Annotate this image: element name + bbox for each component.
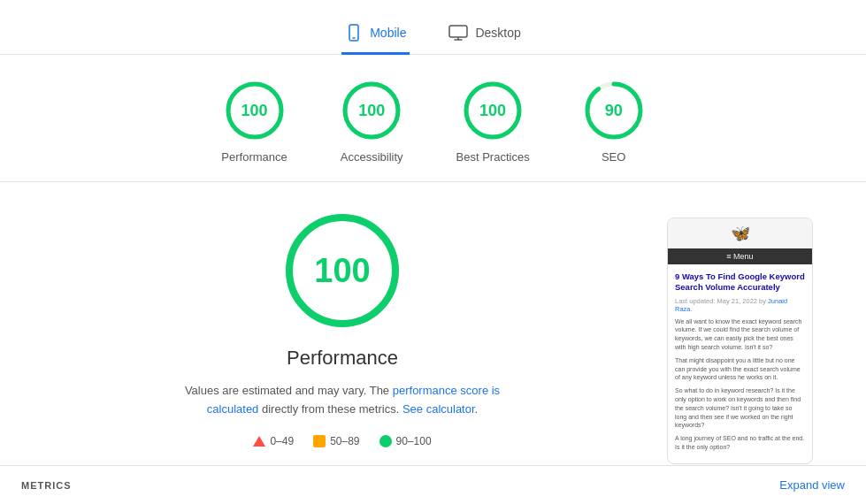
preview-para-2: That might disappoint you a little but n… bbox=[675, 356, 805, 382]
preview-meta: Last updated: May 21, 2022 by Junaid Raz… bbox=[675, 297, 805, 313]
preview-top-bar: 🦋 bbox=[668, 218, 812, 248]
legend-range-high: 90–100 bbox=[396, 435, 432, 447]
preview-card: 🦋 ≡ Menu 9 Ways To Find Google Keyword S… bbox=[667, 218, 813, 464]
score-label-seo: SEO bbox=[602, 150, 625, 164]
legend-icon-red bbox=[253, 436, 265, 447]
svg-rect-2 bbox=[449, 26, 467, 37]
score-item-best-practices: 100 Best Practices bbox=[456, 80, 530, 164]
score-circle-best-practices: 100 bbox=[462, 80, 524, 141]
scores-row: 100 Performance 100 Accessibility 100 Be… bbox=[0, 55, 866, 182]
preview-meta-period: . bbox=[691, 305, 693, 313]
preview-para-4: A long journey of SEO and no traffic at … bbox=[675, 434, 805, 452]
score-number-best-practices: 100 bbox=[479, 102, 506, 120]
score-number-accessibility: 100 bbox=[358, 102, 385, 120]
left-panel: 100 Performance Values are estimated and… bbox=[53, 209, 632, 447]
preview-body: 9 Ways To Find Google Keyword Search Vol… bbox=[668, 264, 812, 463]
tab-mobile[interactable]: Mobile bbox=[341, 15, 410, 55]
legend-range-mid: 50–89 bbox=[330, 435, 359, 447]
score-circle-seo: 90 bbox=[583, 80, 645, 141]
score-number-performance: 100 bbox=[241, 102, 268, 120]
desc-mid: directly from these metrics. bbox=[262, 402, 402, 416]
perf-description: Values are estimated and may vary. The p… bbox=[183, 382, 502, 419]
big-score-number: 100 bbox=[314, 252, 370, 290]
desktop-icon bbox=[448, 25, 468, 41]
mobile-icon bbox=[345, 24, 363, 42]
score-label-accessibility: Accessibility bbox=[341, 150, 403, 164]
metrics-label: METRICS bbox=[21, 480, 72, 491]
score-item-accessibility: 100 Accessibility bbox=[341, 80, 403, 164]
right-panel: 🦋 ≡ Menu 9 Ways To Find Google Keyword S… bbox=[667, 218, 813, 464]
expand-view-button[interactable]: Expand view bbox=[779, 478, 845, 492]
legend-range-low: 0–49 bbox=[270, 435, 294, 447]
score-item-seo: 90 SEO bbox=[583, 80, 645, 164]
preview-nav-bar: ≡ Menu bbox=[668, 248, 812, 264]
tab-desktop[interactable]: Desktop bbox=[445, 16, 524, 54]
desc-link-calc[interactable]: See calculator bbox=[402, 402, 475, 416]
preview-meta-text: Last updated: May 21, 2022 by bbox=[675, 297, 768, 305]
score-label-performance: Performance bbox=[221, 150, 287, 164]
tab-desktop-label: Desktop bbox=[475, 26, 520, 40]
preview-para-3: So what to do in keyword research? Is it… bbox=[675, 386, 805, 430]
desc-static: Values are estimated and may vary. The bbox=[185, 384, 389, 397]
score-item-performance: 100 Performance bbox=[221, 80, 287, 164]
legend-item-high: 90–100 bbox=[379, 435, 432, 447]
big-score-circle: 100 bbox=[280, 209, 404, 332]
legend-row: 0–49 50–89 90–100 bbox=[253, 435, 431, 447]
score-label-best-practices: Best Practices bbox=[456, 150, 530, 164]
preview-article-title: 9 Ways To Find Google Keyword Search Vol… bbox=[675, 271, 805, 294]
score-circle-accessibility: 100 bbox=[341, 80, 402, 141]
legend-icon-orange bbox=[313, 435, 326, 447]
legend-item-mid: 50–89 bbox=[313, 435, 359, 447]
tabs-bar: Mobile Desktop bbox=[0, 0, 866, 55]
legend-item-low: 0–49 bbox=[253, 435, 294, 447]
score-number-seo: 90 bbox=[605, 102, 623, 120]
bottom-bar: METRICS Expand view bbox=[0, 465, 866, 504]
preview-para-1: We all want to know the exact keyword se… bbox=[675, 317, 805, 352]
preview-logo: 🦋 bbox=[731, 224, 750, 243]
tab-mobile-label: Mobile bbox=[370, 26, 406, 40]
perf-title: Performance bbox=[287, 347, 398, 370]
desc-end: . bbox=[475, 402, 479, 416]
legend-icon-green bbox=[379, 435, 392, 447]
main-content: 100 Performance Values are estimated and… bbox=[0, 182, 866, 491]
score-circle-performance: 100 bbox=[224, 80, 286, 141]
